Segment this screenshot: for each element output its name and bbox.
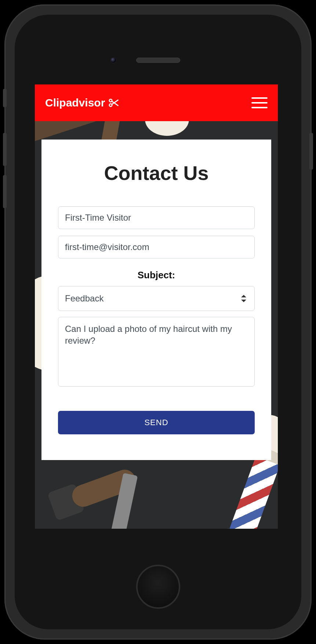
app-header: Clipadvisor [35,84,278,121]
contact-card: Contact Us Subject: Feedback SEND [41,140,271,460]
phone-speaker [136,58,180,63]
phone-frame: Clipadvisor Contact Us [4,4,312,640]
email-input[interactable] [58,236,255,258]
menu-button[interactable] [251,97,268,108]
phone-side-button [3,89,7,107]
subject-label: Subject: [58,269,255,281]
hamburger-line [251,97,268,99]
phone-bezel: Clipadvisor Contact Us [15,15,301,629]
scissors-icon [108,97,119,108]
phone-camera [110,57,117,64]
subject-select[interactable]: Feedback [58,286,255,311]
phone-side-button [3,133,7,166]
phone-side-button [3,175,7,208]
page-title: Contact Us [58,162,255,184]
phone-home-button[interactable] [136,565,180,609]
brand-text: Clipadvisor [45,97,105,109]
message-textarea[interactable] [58,317,255,387]
hamburger-line [251,102,268,104]
subject-selected-value: Feedback [65,293,103,304]
phone-side-button [309,133,313,170]
hamburger-line [251,107,268,108]
brand-logo[interactable]: Clipadvisor [45,97,119,109]
send-button[interactable]: SEND [58,411,255,434]
name-input[interactable] [58,206,255,229]
screen: Clipadvisor Contact Us [35,84,278,529]
